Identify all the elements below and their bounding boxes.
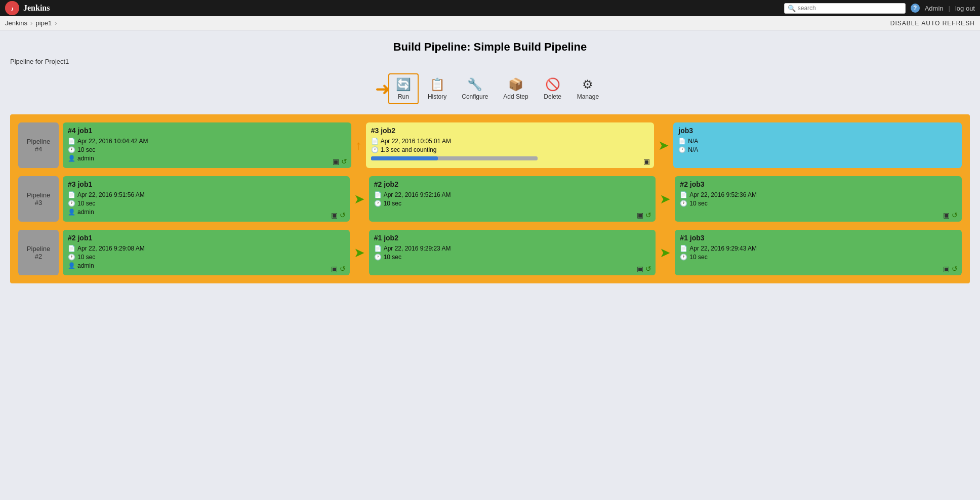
- calendar-icon-4-2: 📄: [371, 138, 379, 145]
- replay-btn-3-3[interactable]: ↺: [952, 212, 958, 219]
- delete-button[interactable]: 🚫 Delete: [538, 73, 568, 104]
- breadcrumb-pipe1[interactable]: pipe1: [35, 19, 52, 27]
- progress-bar-container: [371, 156, 538, 160]
- arrow-right-3-1: ➤: [354, 191, 365, 207]
- card-actions-3-2: ▣ ↺: [637, 212, 651, 219]
- console-btn-3-1[interactable]: ▣: [331, 212, 338, 219]
- pipeline-label-num-2: #2: [35, 253, 42, 260]
- card-actions-2-2: ▣ ↺: [637, 265, 651, 272]
- job-card-2-1: #2 job1 📄 Apr 22, 2016 9:29:08 AM 🕐 10 s…: [63, 230, 350, 275]
- pipeline-label-title-3: Pipeline: [27, 191, 50, 199]
- calendar-icon-2-1: 📄: [68, 245, 75, 252]
- job-title-3-1: #3 job1: [68, 180, 345, 188]
- job-duration-3-1: 🕐 10 sec: [68, 200, 345, 207]
- add-step-button[interactable]: 📦 Add Step: [497, 73, 534, 104]
- pipeline-label-2: Pipeline #2: [18, 230, 59, 275]
- configure-button[interactable]: 🔧 Configure: [456, 73, 494, 104]
- job-title-4-3: job3: [678, 127, 957, 135]
- card-actions-3-3: ▣ ↺: [943, 212, 958, 219]
- job-date-3-2: 📄 Apr 22, 2016 9:52:16 AM: [374, 191, 651, 198]
- arrow-up-4: ↑: [355, 138, 362, 153]
- run-button[interactable]: 🔄 Run: [388, 73, 419, 104]
- search-box[interactable]: 🔍: [784, 3, 906, 14]
- job-date-4-1: 📄 Apr 22, 2016 10:04:42 AM: [68, 138, 346, 145]
- pipeline-label-title-4: Pipeline: [27, 138, 50, 145]
- console-btn-4-1[interactable]: ▣: [333, 158, 339, 165]
- breadcrumb: Jenkins › pipe1 ›: [5, 19, 57, 27]
- calendar-icon-3-2: 📄: [374, 191, 382, 198]
- replay-btn-3-2[interactable]: ↺: [645, 212, 651, 219]
- job-card-4-1: #4 job1 📄 Apr 22, 2016 10:04:42 AM 🕐 10 …: [63, 122, 351, 168]
- nav-separator: |: [949, 5, 950, 12]
- auto-refresh-toggle[interactable]: DISABLE AUTO REFRESH: [890, 20, 975, 27]
- console-btn-4-2[interactable]: ▣: [643, 158, 650, 165]
- arrow-right-3-2: ➤: [660, 191, 671, 207]
- add-step-label: Add Step: [503, 93, 528, 100]
- job-duration-2-2: 🕐 10 sec: [374, 254, 651, 261]
- clock-icon-4-3: 🕐: [678, 146, 686, 153]
- replay-btn-2-3[interactable]: ↺: [952, 265, 958, 272]
- pipeline-row-3: Pipeline #3 #3 job1 📄 Apr 22, 2016 9:51:…: [18, 176, 962, 222]
- console-btn-2-1[interactable]: ▣: [331, 265, 338, 272]
- clock-icon-3-1: 🕐: [68, 200, 75, 207]
- console-btn-2-2[interactable]: ▣: [637, 265, 643, 272]
- arrow-right-2-1: ➤: [354, 245, 365, 261]
- svg-text:J: J: [11, 7, 14, 12]
- clock-icon: 🕐: [68, 146, 75, 153]
- job-title-3-2: #2 job2: [374, 180, 651, 188]
- job-card-4-2: #3 job2 📄 Apr 22, 2016 10:05:01 AM 🕐 1.3…: [366, 122, 655, 168]
- replay-btn-2-1[interactable]: ↺: [340, 265, 346, 272]
- breadcrumb-jenkins[interactable]: Jenkins: [5, 19, 27, 27]
- job-date-2-2: 📄 Apr 22, 2016 9:29:23 AM: [374, 245, 651, 252]
- calendar-icon-4-3: 📄: [678, 138, 686, 145]
- user-icon-2-1: 👤: [68, 262, 75, 269]
- job-card-3-1: #3 job1 📄 Apr 22, 2016 9:51:56 AM 🕐 10 s…: [63, 176, 350, 222]
- search-input[interactable]: [798, 5, 902, 12]
- job-user-3-1: 👤 admin: [68, 209, 345, 216]
- job-card-3-2: #2 job2 📄 Apr 22, 2016 9:52:16 AM 🕐 10 s…: [369, 176, 656, 222]
- clock-icon-2-1: 🕐: [68, 254, 75, 261]
- help-icon[interactable]: ?: [911, 4, 920, 13]
- job-card-3-3: #2 job3 📄 Apr 22, 2016 9:52:36 AM 🕐 10 s…: [675, 176, 962, 222]
- console-btn-3-2[interactable]: ▣: [637, 212, 643, 219]
- history-icon: 📋: [430, 77, 445, 92]
- pipeline-label-3: Pipeline #3: [18, 176, 59, 222]
- job-date-3-3: 📄 Apr 22, 2016 9:52:36 AM: [680, 191, 957, 198]
- admin-link[interactable]: Admin: [925, 5, 944, 12]
- card-actions-3-1: ▣ ↺: [331, 212, 346, 219]
- job-card-2-2: #1 job2 📄 Apr 22, 2016 9:29:23 AM 🕐 10 s…: [369, 230, 656, 275]
- page-title: Build Pipeline: Simple Build Pipeline: [10, 40, 970, 54]
- console-btn-3-3[interactable]: ▣: [943, 212, 950, 219]
- job-title-2-3: #1 job3: [680, 234, 957, 242]
- job-duration-3-2: 🕐 10 sec: [374, 200, 651, 207]
- top-navigation: J Jenkins 🔍 ? Admin | log out: [0, 0, 980, 16]
- manage-label: Manage: [577, 93, 599, 100]
- card-actions-4-1: ▣ ↺: [333, 158, 347, 165]
- pipeline-label-4: Pipeline #4: [18, 122, 59, 168]
- manage-button[interactable]: ⚙ Manage: [571, 73, 605, 104]
- console-btn-2-3[interactable]: ▣: [943, 265, 950, 272]
- replay-btn-3-1[interactable]: ↺: [340, 212, 346, 219]
- job-date-4-3: 📄 N/A: [678, 138, 957, 145]
- job-user-2-1: 👤 admin: [68, 262, 345, 269]
- pipeline-toolbar: ➜ 🔄 Run 📋 History 🔧 Configure 📦 Add Step…: [10, 73, 970, 104]
- clock-icon-3-3: 🕐: [680, 200, 687, 207]
- pipeline-label-num-4: #4: [35, 145, 42, 153]
- replay-btn-4-1[interactable]: ↺: [341, 158, 347, 165]
- job-duration-4-1: 🕐 10 sec: [68, 146, 346, 153]
- jenkins-logo-icon: J: [5, 1, 19, 15]
- replay-btn-2-2[interactable]: ↺: [645, 265, 651, 272]
- history-button[interactable]: 📋 History: [422, 73, 453, 104]
- job-title-2-1: #2 job1: [68, 234, 345, 242]
- logout-link[interactable]: log out: [955, 5, 975, 12]
- nav-left: J Jenkins: [5, 1, 50, 15]
- nav-right: 🔍 ? Admin | log out: [784, 3, 975, 14]
- pipeline-label-title-2: Pipeline: [27, 245, 50, 253]
- user-icon-3-1: 👤: [68, 209, 75, 216]
- job-title-2-2: #1 job2: [374, 234, 651, 242]
- pipeline-label-num-3: #3: [35, 199, 42, 206]
- breadcrumb-sep-2: ›: [55, 19, 57, 27]
- job-date-3-1: 📄 Apr 22, 2016 9:51:56 AM: [68, 191, 345, 198]
- job-duration-4-3: 🕐 N/A: [678, 146, 957, 153]
- card-actions-4-2: ▣: [643, 158, 650, 165]
